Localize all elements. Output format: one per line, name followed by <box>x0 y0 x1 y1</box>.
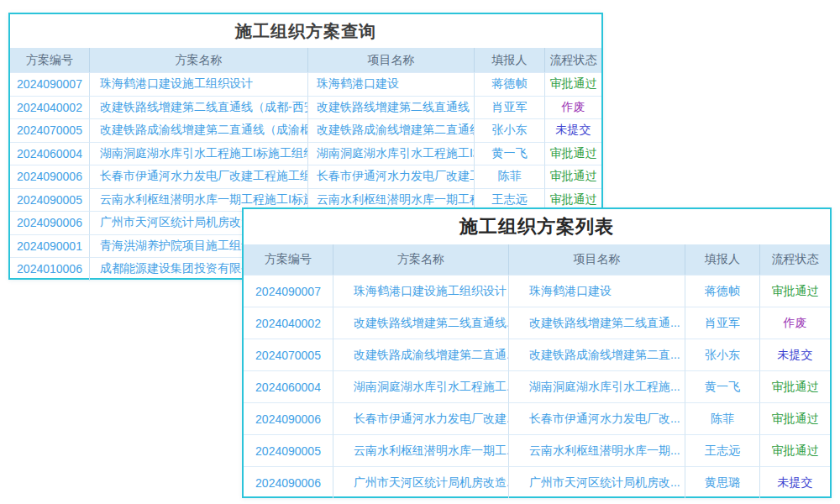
cell-plan-name: 长春市伊通河水力发电厂改建... <box>333 402 509 434</box>
cell-status: 未提交 <box>760 466 830 498</box>
cell-reporter: 肖亚军 <box>685 307 760 339</box>
cell-plan-no: 2024090007 <box>10 72 90 96</box>
cell-reporter: 蒋德帧 <box>685 275 760 307</box>
cell-project-name: 广州市天河区统计局机房改... <box>509 466 685 498</box>
cell-plan-no: 2024010006 <box>10 257 90 281</box>
cell-project-name: 改建铁路成渝线增建第二直... <box>509 339 685 370</box>
cell-project-name: 珠海鹤港口建设 <box>509 275 685 307</box>
cell-status: 作废 <box>760 307 830 339</box>
cell-project-name: 珠海鹤港口建设 <box>308 72 475 96</box>
cell-reporter: 陈菲 <box>685 402 760 434</box>
table-row[interactable]: 2024090005云南水利枢纽潜明水库一期工...云南水利枢纽潜明水库一期..… <box>244 434 830 466</box>
table-header-row: 方案编号方案名称项目名称填报人流程状态 <box>10 48 601 72</box>
plan-query-title: 施工组织方案查询 <box>10 14 601 48</box>
table-row[interactable]: 2024060004湖南洞庭湖水库引水工程施工...湖南洞庭湖水库引水工程施..… <box>244 370 830 402</box>
cell-plan-no: 2024090005 <box>244 434 333 466</box>
column-header-status: 流程状态 <box>760 244 830 275</box>
cell-plan-no: 2024070005 <box>244 339 333 370</box>
cell-plan-name: 改建铁路成渝线增建第二直通... <box>333 339 509 370</box>
cell-plan-no: 2024060004 <box>10 142 90 165</box>
cell-plan-no: 2024040002 <box>10 96 90 119</box>
table-row[interactable]: 2024090006长春市伊通河水力发电厂改建...长春市伊通河水力发电厂改..… <box>244 402 830 434</box>
cell-status: 作废 <box>545 96 601 119</box>
cell-plan-no: 2024090001 <box>10 234 90 258</box>
plan-list-window: 施工组织方案列表 方案编号方案名称项目名称填报人流程状态2024090007珠海… <box>242 207 832 498</box>
cell-status: 未提交 <box>760 339 830 370</box>
cell-project-name: 长春市伊通河水力发电厂改... <box>509 402 685 434</box>
cell-plan-no: 2024060004 <box>244 370 333 402</box>
cell-plan-name: 改建铁路线增建第二线直通线（成都-西安） <box>90 96 308 119</box>
cell-plan-name: 湖南洞庭湖水库引水工程施工... <box>333 370 509 402</box>
cell-status: 审批通过 <box>760 275 830 307</box>
cell-plan-name: 珠海鹤港口建设施工组织设计 <box>90 72 308 96</box>
table-row[interactable]: 2024070005改建铁路成渝线增建第二直通...改建铁路成渝线增建第二直..… <box>244 339 830 370</box>
column-header-status: 流程状态 <box>545 48 601 72</box>
cell-plan-no: 2024090006 <box>10 165 90 188</box>
cell-reporter: 王志远 <box>685 434 760 466</box>
table-row[interactable]: 2024040002改建铁路线增建第二线直通线（成都-西安）改建铁路线增建第二线… <box>10 96 601 119</box>
cell-plan-name: 云南水利枢纽潜明水库一期工... <box>333 434 509 466</box>
cell-reporter: 黄思璐 <box>685 466 760 498</box>
cell-plan-name: 珠海鹤港口建设施工组织设计 <box>333 275 509 307</box>
table-row[interactable]: 2024090006广州市天河区统计局机房改造...广州市天河区统计局机房改..… <box>244 466 830 498</box>
plan-list-title: 施工组织方案列表 <box>244 209 830 244</box>
plan-list-table: 方案编号方案名称项目名称填报人流程状态2024090007珠海鹤港口建设施工组织… <box>244 244 830 498</box>
cell-plan-name: 改建铁路成渝线增建第二直通线（成渝枢纽） <box>90 118 308 142</box>
cell-status: 审批通过 <box>545 142 601 165</box>
table-row[interactable]: 2024090007珠海鹤港口建设施工组织设计珠海鹤港口建设蒋德帧审批通过 <box>10 72 601 96</box>
column-header-plan-name: 方案名称 <box>90 48 308 72</box>
cell-project-name: 长春市伊通河水力发电厂改建工程 <box>308 165 475 188</box>
cell-plan-no: 2024090007 <box>244 275 333 307</box>
cell-plan-name: 改建铁路线增建第二线直通线... <box>333 307 509 339</box>
cell-reporter: 陈菲 <box>475 165 545 188</box>
cell-status: 审批通过 <box>545 165 601 188</box>
table-header-row: 方案编号方案名称项目名称填报人流程状态 <box>244 244 830 275</box>
table-row[interactable]: 2024040002改建铁路线增建第二线直通线...改建铁路线增建第二线直通..… <box>244 307 830 339</box>
cell-status: 审批通过 <box>760 402 830 434</box>
cell-status: 未提交 <box>545 118 601 142</box>
cell-status: 审批通过 <box>760 434 830 466</box>
cell-reporter: 肖亚军 <box>475 96 545 119</box>
column-header-project-name: 项目名称 <box>509 244 685 275</box>
cell-project-name: 改建铁路线增建第二线直通... <box>509 307 685 339</box>
cell-plan-no: 2024070005 <box>10 118 90 142</box>
table-row[interactable]: 2024090006长春市伊通河水力发电厂改建工程施工组织设计长春市伊通河水力发… <box>10 165 601 188</box>
column-header-project-name: 项目名称 <box>308 48 475 72</box>
cell-plan-name: 广州市天河区统计局机房改造... <box>333 466 509 498</box>
column-header-plan-name: 方案名称 <box>333 244 509 275</box>
table-row[interactable]: 2024070005改建铁路成渝线增建第二直通线（成渝枢纽）改建铁路成渝线增建第… <box>10 118 601 142</box>
cell-project-name: 湖南洞庭湖水库引水工程施... <box>509 370 685 402</box>
cell-plan-no: 2024090006 <box>10 211 90 234</box>
cell-status: 审批通过 <box>545 72 601 96</box>
cell-plan-name: 长春市伊通河水力发电厂改建工程施工组织设计 <box>90 165 308 188</box>
column-header-reporter: 填报人 <box>475 48 545 72</box>
cell-reporter: 张小东 <box>475 118 545 142</box>
cell-plan-no: 2024040002 <box>244 307 333 339</box>
column-header-plan-no: 方案编号 <box>244 244 333 275</box>
cell-project-name: 改建铁路线增建第二线直通线（成都 <box>308 96 475 119</box>
cell-reporter: 黄一飞 <box>475 142 545 165</box>
cell-plan-no: 2024090005 <box>10 188 90 212</box>
column-header-plan-no: 方案编号 <box>10 48 90 72</box>
cell-reporter: 黄一飞 <box>685 370 760 402</box>
cell-status: 审批通过 <box>760 370 830 402</box>
table-row[interactable]: 2024060004湖南洞庭湖水库引水工程施工I标施工组织设计湖南洞庭湖水库引水… <box>10 142 601 165</box>
cell-plan-no: 2024090006 <box>244 402 333 434</box>
cell-reporter: 张小东 <box>685 339 760 370</box>
cell-project-name: 云南水利枢纽潜明水库一期... <box>509 434 685 466</box>
column-header-reporter: 填报人 <box>685 244 760 275</box>
cell-project-name: 湖南洞庭湖水库引水工程施工I标 <box>308 142 475 165</box>
cell-plan-name: 湖南洞庭湖水库引水工程施工I标施工组织设计 <box>90 142 308 165</box>
cell-plan-no: 2024090006 <box>244 466 333 498</box>
cell-reporter: 蒋德帧 <box>475 72 545 96</box>
cell-project-name: 改建铁路成渝线增建第二直通线（成 <box>308 118 475 142</box>
table-row[interactable]: 2024090007珠海鹤港口建设施工组织设计珠海鹤港口建设蒋德帧审批通过 <box>244 275 830 307</box>
